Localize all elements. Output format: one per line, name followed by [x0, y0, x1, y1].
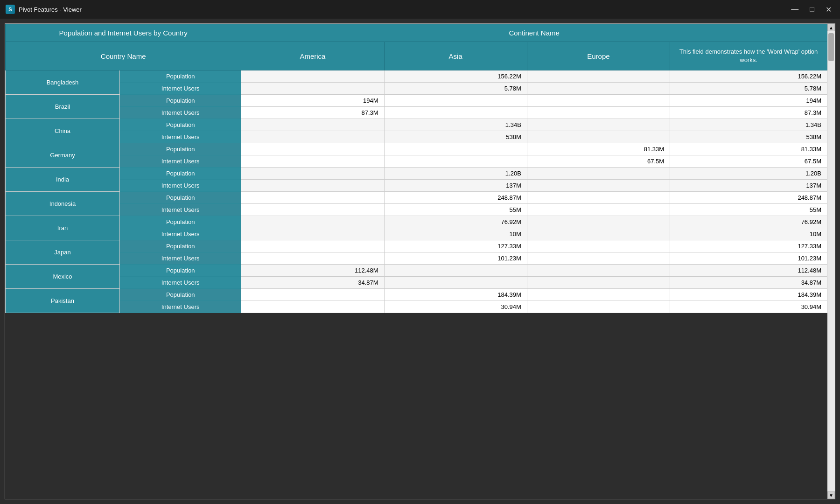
country-name-header: Country Name: [6, 42, 241, 70]
table-row: JapanPopulation127.33M127.33M: [6, 240, 827, 252]
scroll-up-button[interactable]: ▲: [827, 24, 835, 31]
metric-internet-label: Internet Users: [120, 155, 241, 168]
value-cell: 87.3M: [241, 107, 384, 119]
header-row-main: Population and Internet Users by Country…: [6, 24, 827, 42]
value-cell: [527, 168, 670, 180]
country-cell: Pakistan: [6, 289, 120, 313]
metric-internet-label: Internet Users: [120, 180, 241, 192]
metric-internet-label: Internet Users: [120, 83, 241, 95]
value-cell: 55M: [670, 204, 827, 216]
app-icon: S: [6, 5, 15, 14]
value-cell: [241, 192, 384, 204]
value-cell: 112.48M: [670, 265, 827, 277]
value-cell: 194M: [670, 95, 827, 107]
country-cell: Iran: [6, 216, 120, 240]
value-cell: [527, 216, 670, 228]
value-cell: 10M: [670, 228, 827, 240]
value-cell: [241, 168, 384, 180]
metric-population-label: Population: [120, 119, 241, 131]
metric-population-label: Population: [120, 143, 241, 155]
main-header: Population and Internet Users by Country: [6, 24, 241, 42]
window-controls[interactable]: — □ ✕: [788, 4, 834, 15]
value-cell: [527, 204, 670, 216]
word-wrap-header: This field demonstrates how the 'Word Wr…: [670, 42, 827, 70]
metric-population-label: Population: [120, 192, 241, 204]
metric-population-label: Population: [120, 216, 241, 228]
table-row: Internet Users5.78M5.78M: [6, 83, 827, 95]
value-cell: 67.5M: [527, 155, 670, 168]
value-cell: [384, 107, 527, 119]
metric-internet-label: Internet Users: [120, 301, 241, 313]
value-cell: 67.5M: [670, 155, 827, 168]
metric-population-label: Population: [120, 265, 241, 277]
value-cell: 137M: [384, 180, 527, 192]
country-cell: Brazil: [6, 95, 120, 119]
metric-population-label: Population: [120, 95, 241, 107]
value-cell: 5.78M: [670, 83, 827, 95]
value-cell: 5.78M: [384, 83, 527, 95]
table-row: IranPopulation76.92M76.92M: [6, 216, 827, 228]
country-cell: Indonesia: [6, 192, 120, 216]
value-cell: [527, 301, 670, 313]
country-cell: Germany: [6, 143, 120, 168]
table-row: ChinaPopulation1.34B1.34B: [6, 119, 827, 131]
value-cell: [241, 216, 384, 228]
metric-internet-label: Internet Users: [120, 277, 241, 289]
value-cell: 81.33M: [670, 143, 827, 155]
value-cell: [241, 252, 384, 265]
value-cell: [527, 265, 670, 277]
value-cell: 101.23M: [670, 252, 827, 265]
table-row: Internet Users10M10M: [6, 228, 827, 240]
value-cell: 127.33M: [384, 240, 527, 252]
maximize-button[interactable]: □: [807, 4, 817, 15]
scroll-down-button[interactable]: ▼: [827, 491, 835, 499]
minimize-button[interactable]: —: [788, 4, 801, 15]
table-row: IndiaPopulation1.20B1.20B: [6, 168, 827, 180]
table-row: Internet Users137M137M: [6, 180, 827, 192]
america-header: America: [241, 42, 384, 70]
value-cell: 34.87M: [241, 277, 384, 289]
value-cell: [241, 240, 384, 252]
title-bar: S Pivot Features - Viewer — □ ✕: [0, 0, 840, 19]
table-wrapper: Population and Internet Users by Country…: [5, 24, 835, 499]
table-row: Internet Users538M538M: [6, 131, 827, 143]
value-cell: [241, 155, 384, 168]
country-cell: China: [6, 119, 120, 143]
metric-internet-label: Internet Users: [120, 252, 241, 265]
table-row: Internet Users34.87M34.87M: [6, 277, 827, 289]
value-cell: [384, 155, 527, 168]
value-cell: 34.87M: [670, 277, 827, 289]
value-cell: 194M: [241, 95, 384, 107]
value-cell: [527, 95, 670, 107]
table-row: Internet Users55M55M: [6, 204, 827, 216]
value-cell: [527, 70, 670, 83]
metric-internet-label: Internet Users: [120, 228, 241, 240]
value-cell: [527, 131, 670, 143]
value-cell: 1.20B: [384, 168, 527, 180]
value-cell: 127.33M: [670, 240, 827, 252]
main-content: Population and Internet Users by Country…: [0, 19, 840, 504]
value-cell: [527, 119, 670, 131]
table-row: MexicoPopulation112.48M112.48M: [6, 265, 827, 277]
header-row-columns: Country Name America Asia Europe This fi…: [6, 42, 827, 70]
value-cell: [527, 252, 670, 265]
value-cell: 112.48M: [241, 265, 384, 277]
pivot-table: Population and Internet Users by Country…: [5, 24, 827, 313]
value-cell: 184.39M: [670, 289, 827, 301]
table-scroll-area[interactable]: Population and Internet Users by Country…: [5, 24, 827, 499]
value-cell: 156.22M: [384, 70, 527, 83]
table-row: BangladeshPopulation156.22M156.22M: [6, 70, 827, 83]
value-cell: 137M: [670, 180, 827, 192]
vertical-scrollbar[interactable]: ▲ ▼: [827, 24, 835, 499]
value-cell: 10M: [384, 228, 527, 240]
value-cell: [241, 70, 384, 83]
scrollbar-thumb[interactable]: [828, 33, 834, 61]
close-button[interactable]: ✕: [823, 4, 834, 15]
value-cell: [527, 277, 670, 289]
country-cell: Bangladesh: [6, 70, 120, 95]
value-cell: [241, 180, 384, 192]
table-row: GermanyPopulation81.33M81.33M: [6, 143, 827, 155]
value-cell: [527, 289, 670, 301]
table-row: IndonesiaPopulation248.87M248.87M: [6, 192, 827, 204]
value-cell: 101.23M: [384, 252, 527, 265]
